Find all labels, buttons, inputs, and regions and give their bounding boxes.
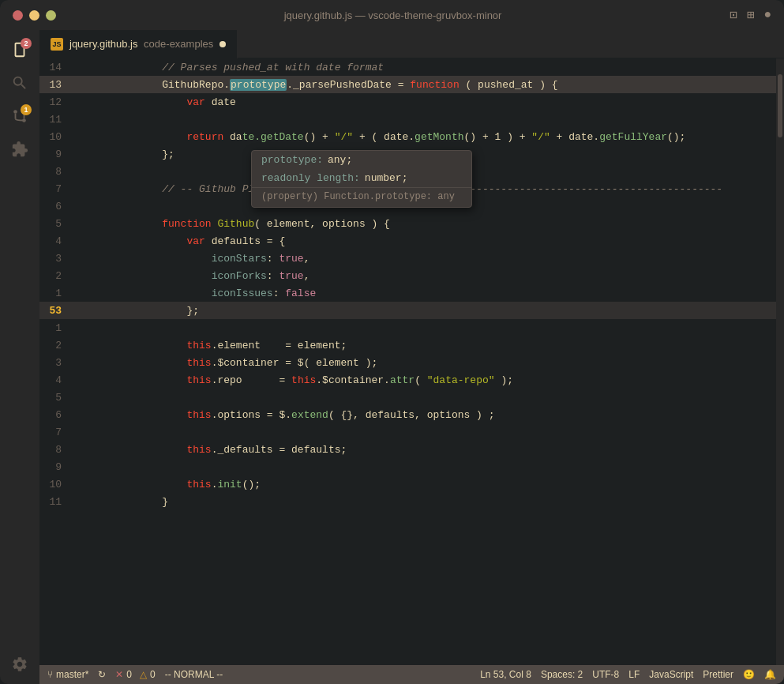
search-icon[interactable] <box>6 70 33 96</box>
settings-icon[interactable] <box>6 651 33 678</box>
line-num-9: 9 <box>39 148 76 160</box>
editor-tab[interactable]: JS jquery.github.js code-examples <box>39 30 238 58</box>
window-title: jquery.github.js — vscode-theme-gruvbox-… <box>284 9 502 21</box>
code-editor[interactable]: 14 // Parses pushed_at with date format … <box>39 58 776 665</box>
line-num-1: 1 <box>39 288 76 299</box>
close-button[interactable] <box>13 10 23 21</box>
notifications-icon[interactable]: ● <box>763 8 771 22</box>
warning-icon: △ <box>140 669 147 680</box>
line-num-14: 14 <box>39 62 76 73</box>
line-num-5: 5 <box>39 218 76 230</box>
maximize-button[interactable] <box>46 10 56 21</box>
tab-modified-indicator <box>219 41 226 47</box>
vim-mode: -- NORMAL -- <box>165 669 223 680</box>
js-file-icon: JS <box>51 38 63 51</box>
line-num-12: 12 <box>39 96 76 108</box>
sync-icon[interactable]: ↻ <box>98 669 106 680</box>
autocomplete-value-2: number; <box>365 172 408 184</box>
content-area: JS jquery.github.js code-examples 14 // … <box>39 30 784 684</box>
line-num-13: 13 <box>39 79 76 91</box>
line-num-6: 6 <box>39 201 76 212</box>
line-num-4: 4 <box>39 235 76 247</box>
title-actions: ⊡ ⊞ ● <box>730 7 771 23</box>
traffic-lights <box>13 10 56 21</box>
scrollbar[interactable] <box>776 58 784 665</box>
tab-filename: jquery.github.js code-examples <box>69 38 213 50</box>
status-right: Ln 53, Col 8 Spaces: 2 UTF-8 LF JavaScri… <box>480 669 776 680</box>
line-content-b11: } <box>76 484 776 520</box>
files-icon[interactable]: 2 <box>6 36 33 63</box>
line-num-10: 10 <box>39 131 76 143</box>
minimize-button[interactable] <box>29 10 39 21</box>
line-num-b1: 1 <box>39 322 76 334</box>
emoji-icon[interactable]: 🙂 <box>743 669 755 680</box>
activity-bar: 2 1 <box>0 30 39 684</box>
autocomplete-popup[interactable]: prototype: any; readonly length: number;… <box>251 150 472 208</box>
line-num-b3: 3 <box>39 357 76 369</box>
line-num-b2: 2 <box>39 340 76 351</box>
git-branch-name: master* <box>56 669 88 680</box>
line-num-b10: 10 <box>39 479 76 490</box>
autocomplete-value-1: any; <box>328 154 352 166</box>
line-num-b5: 5 <box>39 392 76 404</box>
code-line-b4: 4 this.repo = this.$container.attr( "dat… <box>39 371 776 389</box>
line-num-b4: 4 <box>39 374 76 386</box>
status-errors: ✕ 0 △ 0 <box>115 669 155 680</box>
git-branch[interactable]: ⑂ master* <box>47 669 88 680</box>
code-line-b6: 6 this.options = $.extend( {}, defaults,… <box>39 406 776 423</box>
line-num-b7: 7 <box>39 427 76 438</box>
line-num-b6: 6 <box>39 409 76 421</box>
line-num-53: 53 <box>39 305 76 317</box>
files-badge: 2 <box>21 38 32 49</box>
status-left: ⑂ master* ↻ ✕ 0 △ 0 -- NORMAL -- <box>47 669 223 680</box>
code-lines: 14 // Parses pushed_at with date format … <box>39 58 776 510</box>
line-num-3: 3 <box>39 253 76 265</box>
editor-container: 14 // Parses pushed_at with date format … <box>39 58 784 665</box>
code-line-12: 12 var date <box>39 93 776 111</box>
bell-icon[interactable]: 🔔 <box>764 669 776 680</box>
code-line-53: 53 }; <box>39 302 776 319</box>
split-editor-icon[interactable]: ⊡ <box>730 7 737 23</box>
autocomplete-item-1[interactable]: prototype: any; <box>252 151 471 169</box>
git-icon[interactable]: 1 <box>6 103 33 130</box>
scrollbar-thumb[interactable] <box>778 74 782 137</box>
code-line-b11: 11 } <box>39 493 776 510</box>
line-num-b8: 8 <box>39 444 76 456</box>
git-branch-icon: ⑂ <box>47 669 53 680</box>
encoding[interactable]: UTF-8 <box>592 669 619 680</box>
warning-count: 0 <box>150 669 156 680</box>
language-mode[interactable]: JavaScript <box>649 669 693 680</box>
main-layout: 2 1 <box>0 30 784 684</box>
error-icon: ✕ <box>115 669 123 680</box>
autocomplete-type-2: readonly length: <box>261 172 360 184</box>
line-ending[interactable]: LF <box>628 669 640 680</box>
layout-icon[interactable]: ⊞ <box>747 7 755 23</box>
svg-point-0 <box>13 110 17 114</box>
title-bar: jquery.github.js — vscode-theme-gruvbox-… <box>0 0 784 30</box>
cursor-position[interactable]: Ln 53, Col 8 <box>480 669 531 680</box>
line-num-b9: 9 <box>39 461 76 473</box>
error-count: 0 <box>126 669 132 680</box>
extensions-icon[interactable] <box>6 136 33 163</box>
spaces-indicator[interactable]: Spaces: 2 <box>541 669 583 680</box>
line-num-2: 2 <box>39 270 76 282</box>
autocomplete-item-2[interactable]: readonly length: number; <box>252 169 471 187</box>
code-line-b8: 8 this._defaults = defaults; <box>39 441 776 458</box>
line-num-11: 11 <box>39 114 76 126</box>
autocomplete-hint: (property) Function.prototype: any <box>252 187 471 207</box>
line-num-8: 8 <box>39 166 76 178</box>
status-bar: ⑂ master* ↻ ✕ 0 △ 0 -- NORMAL -- Ln 53, … <box>39 665 784 684</box>
git-badge: 1 <box>21 104 32 115</box>
formatter[interactable]: Prettier <box>703 669 733 680</box>
autocomplete-type-1: prototype: <box>261 154 323 166</box>
line-num-7: 7 <box>39 183 76 195</box>
tab-bar: JS jquery.github.js code-examples <box>39 30 784 58</box>
line-num-b11: 11 <box>39 496 76 508</box>
